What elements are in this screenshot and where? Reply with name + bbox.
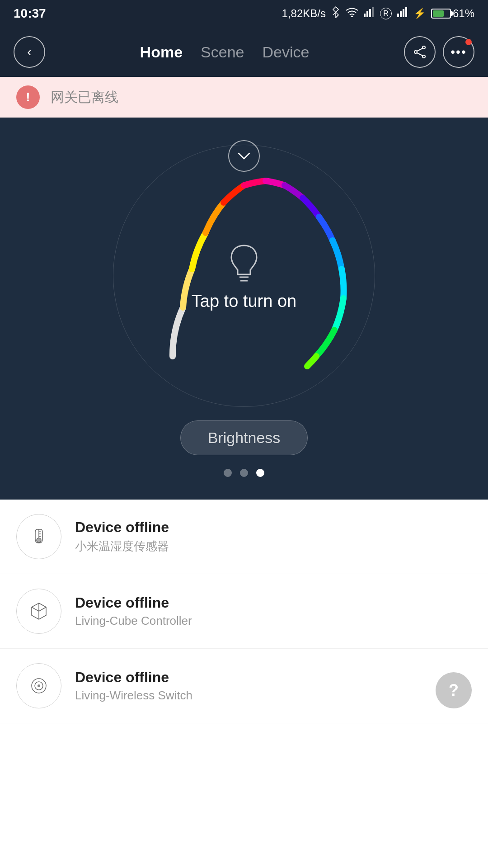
color-wheel[interactable]: Tap to turn on <box>104 136 384 416</box>
collapse-button[interactable] <box>228 140 260 172</box>
tab-home[interactable]: Home <box>140 43 183 61</box>
svg-rect-4 <box>366 11 368 17</box>
device-item-thermometer[interactable]: Device offline 小米温湿度传感器 <box>0 500 488 574</box>
nav-actions: ••• <box>404 36 474 68</box>
svg-rect-7 <box>397 14 399 17</box>
device-3-status: Device offline <box>75 669 472 686</box>
status-time: 10:37 <box>14 6 46 21</box>
svg-line-1 <box>336 15 338 18</box>
exclamation-icon: ! <box>26 90 30 104</box>
cube-icon-circle <box>16 589 61 634</box>
device-2-info: Device offline Living-Cube Controller <box>75 594 472 628</box>
center-content[interactable]: Tap to turn on <box>192 241 296 311</box>
nav-tabs: Home Scene Device <box>54 43 395 61</box>
bulb-icon <box>226 241 262 284</box>
notification-dot <box>465 39 472 45</box>
alert-icon: ! <box>16 85 40 109</box>
svg-rect-10 <box>405 7 407 17</box>
alert-banner: ! 网关已离线 <box>0 77 488 118</box>
device-1-info: Device offline 小米温湿度传感器 <box>75 519 472 554</box>
network-speed: 1,82KB/s <box>282 7 326 20</box>
svg-line-0 <box>336 7 338 9</box>
device-3-info: Device offline Living-Wireless Switch <box>75 669 472 703</box>
device-1-name: 小米温湿度传感器 <box>75 538 472 554</box>
control-area: Tap to turn on Brightness <box>0 118 488 500</box>
device-list: Device offline 小米温湿度传感器 Device offline L… <box>0 500 488 723</box>
wifi-icon <box>346 7 358 20</box>
alert-text: 网关已离线 <box>51 88 118 107</box>
tab-device[interactable]: Device <box>262 43 309 61</box>
more-icon: ••• <box>450 45 466 59</box>
charging-icon: ⚡ <box>413 8 426 19</box>
signal-icon <box>364 7 375 20</box>
dot-1 <box>224 469 232 477</box>
help-icon: ? <box>449 681 459 700</box>
device-1-status: Device offline <box>75 519 472 536</box>
bluetooth-icon <box>331 6 340 21</box>
dot-3 <box>256 469 264 477</box>
status-bar: 10:37 1,82KB/s <box>0 0 488 27</box>
svg-point-13 <box>422 55 425 58</box>
thermometer-icon-circle <box>16 514 61 559</box>
signal2-icon <box>397 7 408 20</box>
svg-point-2 <box>351 16 352 18</box>
svg-line-14 <box>417 48 422 51</box>
device-item-cube[interactable]: Device offline Living-Cube Controller <box>0 574 488 649</box>
svg-rect-5 <box>369 9 371 17</box>
svg-point-11 <box>422 46 425 49</box>
svg-point-24 <box>38 684 40 687</box>
back-icon: ‹ <box>27 45 31 59</box>
svg-rect-6 <box>372 7 374 17</box>
svg-line-15 <box>417 53 422 56</box>
tab-scene[interactable]: Scene <box>201 43 244 61</box>
svg-rect-3 <box>364 14 366 17</box>
device-item-switch[interactable]: Device offline Living-Wireless Switch ? <box>0 649 488 723</box>
r-icon: R <box>380 8 392 19</box>
svg-rect-9 <box>403 9 404 17</box>
thermometer-icon <box>28 526 50 547</box>
dot-2 <box>240 469 248 477</box>
svg-point-12 <box>414 51 417 53</box>
cube-icon <box>28 600 50 622</box>
device-3-name: Living-Wireless Switch <box>75 689 472 703</box>
device-2-status: Device offline <box>75 594 472 611</box>
back-button[interactable]: ‹ <box>14 36 45 68</box>
battery-percent: 61% <box>453 7 474 20</box>
brightness-button[interactable]: Brightness <box>180 420 308 455</box>
svg-rect-8 <box>400 11 402 17</box>
device-2-name: Living-Cube Controller <box>75 614 472 628</box>
nav-bar: ‹ Home Scene Device ••• <box>0 27 488 77</box>
svg-point-18 <box>37 538 41 542</box>
switch-icon-circle <box>16 663 61 708</box>
battery-indicator: 61% <box>431 7 474 20</box>
help-button[interactable]: ? <box>436 672 472 708</box>
status-right: 1,82KB/s <box>282 6 474 21</box>
target-icon <box>28 675 50 697</box>
tap-to-turn-on[interactable]: Tap to turn on <box>192 292 296 311</box>
more-button[interactable]: ••• <box>443 36 474 68</box>
page-indicator <box>224 469 264 477</box>
share-button[interactable] <box>404 36 436 68</box>
